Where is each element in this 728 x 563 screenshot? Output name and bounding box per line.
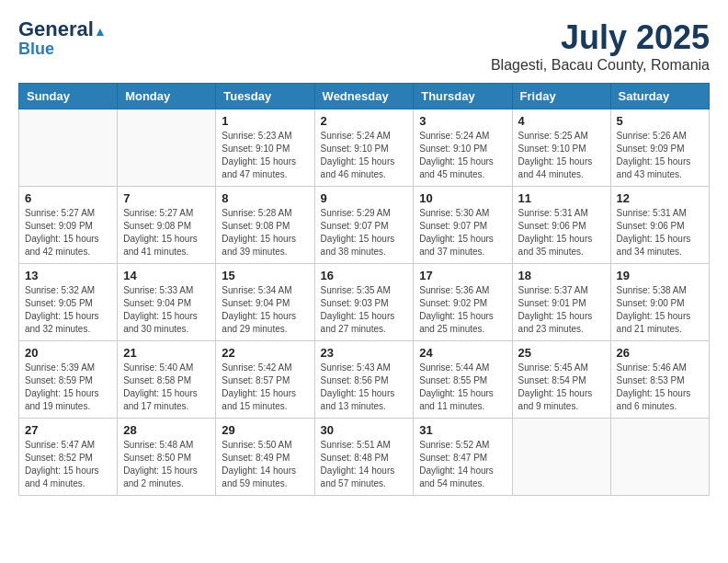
calendar-cell: 20Sunrise: 5:39 AM Sunset: 8:59 PM Dayli…	[19, 341, 118, 419]
day-number: 7	[123, 191, 210, 205]
calendar-cell: 26Sunrise: 5:46 AM Sunset: 8:53 PM Dayli…	[610, 341, 709, 419]
day-number: 16	[321, 269, 408, 282]
day-info: Sunrise: 5:42 AM Sunset: 8:57 PM Dayligh…	[222, 362, 308, 413]
day-number: 11	[518, 191, 605, 205]
col-header-saturday: Saturday	[610, 84, 709, 109]
calendar-cell: 5Sunrise: 5:26 AM Sunset: 9:09 PM Daylig…	[610, 109, 709, 187]
calendar-cell: 17Sunrise: 5:36 AM Sunset: 9:02 PM Dayli…	[414, 264, 512, 341]
calendar-cell: 24Sunrise: 5:44 AM Sunset: 8:55 PM Dayli…	[414, 341, 512, 419]
calendar-cell: 14Sunrise: 5:33 AM Sunset: 9:04 PM Dayli…	[118, 264, 216, 341]
day-info: Sunrise: 5:48 AM Sunset: 8:50 PM Dayligh…	[123, 439, 210, 490]
day-info: Sunrise: 5:47 AM Sunset: 8:52 PM Dayligh…	[25, 439, 111, 490]
calendar-cell: 13Sunrise: 5:32 AM Sunset: 9:05 PM Dayli…	[19, 264, 118, 341]
day-info: Sunrise: 5:23 AM Sunset: 9:10 PM Dayligh…	[222, 130, 308, 181]
day-number: 23	[321, 346, 408, 360]
col-header-wednesday: Wednesday	[314, 84, 414, 109]
calendar-cell: 18Sunrise: 5:37 AM Sunset: 9:01 PM Dayli…	[512, 264, 610, 341]
calendar-cell: 22Sunrise: 5:42 AM Sunset: 8:57 PM Dayli…	[216, 341, 314, 419]
day-number: 8	[222, 191, 308, 205]
page-header: General▲ Blue July 2025 Blagesti, Bacau …	[18, 18, 710, 74]
calendar-cell: 28Sunrise: 5:48 AM Sunset: 8:50 PM Dayli…	[118, 419, 216, 496]
day-number: 6	[25, 191, 111, 205]
day-number: 19	[617, 269, 703, 282]
logo-text: General▲	[18, 18, 107, 40]
day-number: 9	[321, 191, 408, 205]
day-info: Sunrise: 5:31 AM Sunset: 9:06 PM Dayligh…	[617, 207, 703, 259]
calendar-cell: 3Sunrise: 5:24 AM Sunset: 9:10 PM Daylig…	[414, 109, 512, 187]
day-info: Sunrise: 5:51 AM Sunset: 8:48 PM Dayligh…	[321, 439, 408, 490]
day-info: Sunrise: 5:44 AM Sunset: 8:55 PM Dayligh…	[419, 362, 506, 413]
subtitle: Blagesti, Bacau County, Romania	[491, 57, 710, 74]
day-info: Sunrise: 5:43 AM Sunset: 8:56 PM Dayligh…	[321, 362, 408, 413]
day-info: Sunrise: 5:31 AM Sunset: 9:06 PM Dayligh…	[518, 207, 605, 259]
day-number: 15	[222, 269, 308, 282]
day-info: Sunrise: 5:34 AM Sunset: 9:04 PM Dayligh…	[222, 284, 308, 336]
calendar-cell: 23Sunrise: 5:43 AM Sunset: 8:56 PM Dayli…	[314, 341, 414, 419]
col-header-sunday: Sunday	[19, 84, 118, 109]
day-info: Sunrise: 5:29 AM Sunset: 9:07 PM Dayligh…	[321, 207, 408, 259]
calendar-cell: 15Sunrise: 5:34 AM Sunset: 9:04 PM Dayli…	[216, 264, 314, 341]
calendar-week-2: 6Sunrise: 5:27 AM Sunset: 9:09 PM Daylig…	[19, 187, 710, 264]
col-header-tuesday: Tuesday	[216, 84, 314, 109]
title-block: July 2025 Blagesti, Bacau County, Romani…	[491, 18, 710, 74]
calendar-cell: 16Sunrise: 5:35 AM Sunset: 9:03 PM Dayli…	[314, 264, 414, 341]
calendar-cell: 27Sunrise: 5:47 AM Sunset: 8:52 PM Dayli…	[19, 419, 118, 496]
day-info: Sunrise: 5:32 AM Sunset: 9:05 PM Dayligh…	[25, 284, 111, 336]
calendar-cell: 6Sunrise: 5:27 AM Sunset: 9:09 PM Daylig…	[19, 187, 118, 264]
logo-blue: Blue	[18, 40, 54, 59]
col-header-thursday: Thursday	[414, 84, 512, 109]
calendar-cell: 8Sunrise: 5:28 AM Sunset: 9:08 PM Daylig…	[216, 187, 314, 264]
calendar-week-5: 27Sunrise: 5:47 AM Sunset: 8:52 PM Dayli…	[19, 419, 710, 496]
day-number: 14	[123, 269, 210, 282]
calendar-week-3: 13Sunrise: 5:32 AM Sunset: 9:05 PM Dayli…	[19, 264, 710, 341]
day-info: Sunrise: 5:28 AM Sunset: 9:08 PM Dayligh…	[222, 207, 308, 259]
day-info: Sunrise: 5:38 AM Sunset: 9:00 PM Dayligh…	[617, 284, 703, 336]
day-info: Sunrise: 5:24 AM Sunset: 9:10 PM Dayligh…	[419, 130, 506, 181]
day-number: 29	[222, 423, 308, 437]
day-number: 25	[518, 346, 605, 360]
main-title: July 2025	[491, 18, 710, 57]
day-info: Sunrise: 5:24 AM Sunset: 9:10 PM Dayligh…	[321, 130, 408, 181]
day-number: 31	[419, 423, 506, 437]
day-number: 1	[222, 114, 308, 128]
day-info: Sunrise: 5:35 AM Sunset: 9:03 PM Dayligh…	[321, 284, 408, 336]
day-number: 22	[222, 346, 308, 360]
calendar-cell	[610, 419, 709, 496]
calendar-cell	[19, 109, 118, 187]
day-number: 3	[419, 114, 506, 128]
calendar-cell: 12Sunrise: 5:31 AM Sunset: 9:06 PM Dayli…	[610, 187, 709, 264]
calendar-cell: 4Sunrise: 5:25 AM Sunset: 9:10 PM Daylig…	[512, 109, 610, 187]
day-number: 17	[419, 269, 506, 282]
logo: General▲ Blue	[18, 18, 107, 59]
day-info: Sunrise: 5:52 AM Sunset: 8:47 PM Dayligh…	[419, 439, 506, 490]
calendar-cell: 21Sunrise: 5:40 AM Sunset: 8:58 PM Dayli…	[118, 341, 216, 419]
day-number: 10	[419, 191, 506, 205]
day-info: Sunrise: 5:30 AM Sunset: 9:07 PM Dayligh…	[419, 207, 506, 259]
day-number: 13	[25, 269, 111, 282]
day-number: 5	[617, 114, 703, 128]
day-info: Sunrise: 5:37 AM Sunset: 9:01 PM Dayligh…	[518, 284, 605, 336]
day-number: 27	[25, 423, 111, 437]
day-number: 30	[321, 423, 408, 437]
day-number: 21	[123, 346, 210, 360]
calendar-cell: 7Sunrise: 5:27 AM Sunset: 9:08 PM Daylig…	[118, 187, 216, 264]
day-info: Sunrise: 5:36 AM Sunset: 9:02 PM Dayligh…	[419, 284, 506, 336]
col-header-friday: Friday	[512, 84, 610, 109]
day-number: 18	[518, 269, 605, 282]
calendar-cell: 1Sunrise: 5:23 AM Sunset: 9:10 PM Daylig…	[216, 109, 314, 187]
day-info: Sunrise: 5:50 AM Sunset: 8:49 PM Dayligh…	[222, 439, 308, 490]
calendar-cell	[118, 109, 216, 187]
calendar-week-1: 1Sunrise: 5:23 AM Sunset: 9:10 PM Daylig…	[19, 109, 710, 187]
calendar-cell: 25Sunrise: 5:45 AM Sunset: 8:54 PM Dayli…	[512, 341, 610, 419]
day-info: Sunrise: 5:26 AM Sunset: 9:09 PM Dayligh…	[617, 130, 703, 181]
day-number: 28	[123, 423, 210, 437]
day-info: Sunrise: 5:39 AM Sunset: 8:59 PM Dayligh…	[25, 362, 111, 413]
calendar-table: SundayMondayTuesdayWednesdayThursdayFrid…	[18, 83, 710, 496]
calendar-cell: 30Sunrise: 5:51 AM Sunset: 8:48 PM Dayli…	[314, 419, 414, 496]
calendar-week-4: 20Sunrise: 5:39 AM Sunset: 8:59 PM Dayli…	[19, 341, 710, 419]
calendar-cell: 29Sunrise: 5:50 AM Sunset: 8:49 PM Dayli…	[216, 419, 314, 496]
day-info: Sunrise: 5:27 AM Sunset: 9:09 PM Dayligh…	[25, 207, 111, 259]
day-number: 26	[617, 346, 703, 360]
day-number: 2	[321, 114, 408, 128]
calendar-cell: 9Sunrise: 5:29 AM Sunset: 9:07 PM Daylig…	[314, 187, 414, 264]
